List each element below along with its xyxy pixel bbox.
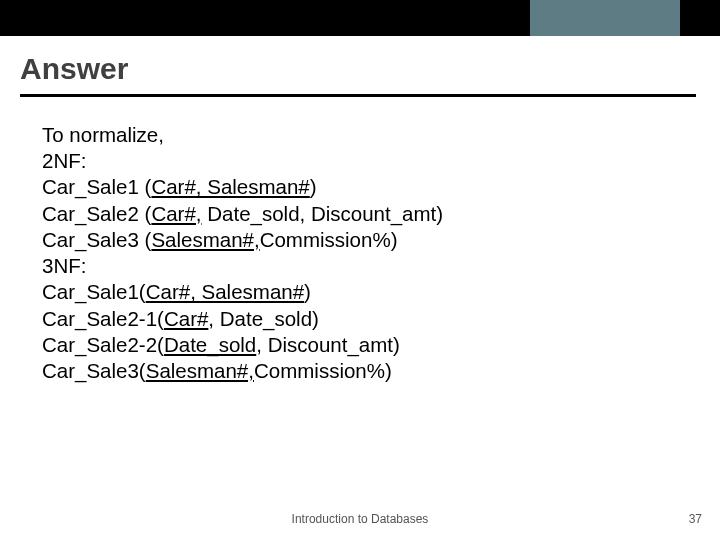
text: , Date_sold)	[208, 307, 319, 330]
text: , Discount_amt)	[256, 333, 400, 356]
body-line: 3NF:	[42, 253, 680, 279]
text: Car_Sale1 (	[42, 175, 151, 198]
text: Car_Sale3 (	[42, 228, 151, 251]
body-line: Car_Sale2-1(Car#, Date_sold)	[42, 306, 680, 332]
underlined-key: Car#, Salesman#	[146, 280, 304, 303]
underlined-key: Salesman#,	[151, 228, 259, 251]
text: )	[304, 280, 311, 303]
underlined-key: Car#,	[151, 202, 201, 225]
page-number: 37	[689, 512, 702, 526]
body-line: Car_Sale3(Salesman#,Commission%)	[42, 358, 680, 384]
top-bar-accent	[530, 0, 680, 36]
text: Car_Sale2-1(	[42, 307, 164, 330]
footer-title: Introduction to Databases	[0, 512, 720, 526]
text: Date_sold, Discount_amt)	[202, 202, 444, 225]
body-line: 2NF:	[42, 148, 680, 174]
slide-title: Answer	[20, 52, 696, 97]
underlined-key: Salesman#,	[146, 359, 254, 382]
text: Commission%)	[260, 228, 398, 251]
underlined-key: Date_sold	[164, 333, 256, 356]
body-line: To normalize,	[42, 122, 680, 148]
slide-body: To normalize, 2NF: Car_Sale1 (Car#, Sale…	[42, 122, 680, 384]
text: Car_Sale2 (	[42, 202, 151, 225]
body-line: Car_Sale3 (Salesman#,Commission%)	[42, 227, 680, 253]
underlined-key: Car#, Salesman#	[151, 175, 309, 198]
body-line: Car_Sale1 (Car#, Salesman#)	[42, 174, 680, 200]
text: Commission%)	[254, 359, 392, 382]
underlined-key: Car#	[164, 307, 208, 330]
text: Car_Sale3(	[42, 359, 146, 382]
body-line: Car_Sale2-2(Date_sold, Discount_amt)	[42, 332, 680, 358]
text: )	[310, 175, 317, 198]
body-line: Car_Sale1(Car#, Salesman#)	[42, 279, 680, 305]
text: Car_Sale1(	[42, 280, 146, 303]
text: Car_Sale2-2(	[42, 333, 164, 356]
slide: Answer To normalize, 2NF: Car_Sale1 (Car…	[0, 0, 720, 540]
body-line: Car_Sale2 (Car#, Date_sold, Discount_amt…	[42, 201, 680, 227]
